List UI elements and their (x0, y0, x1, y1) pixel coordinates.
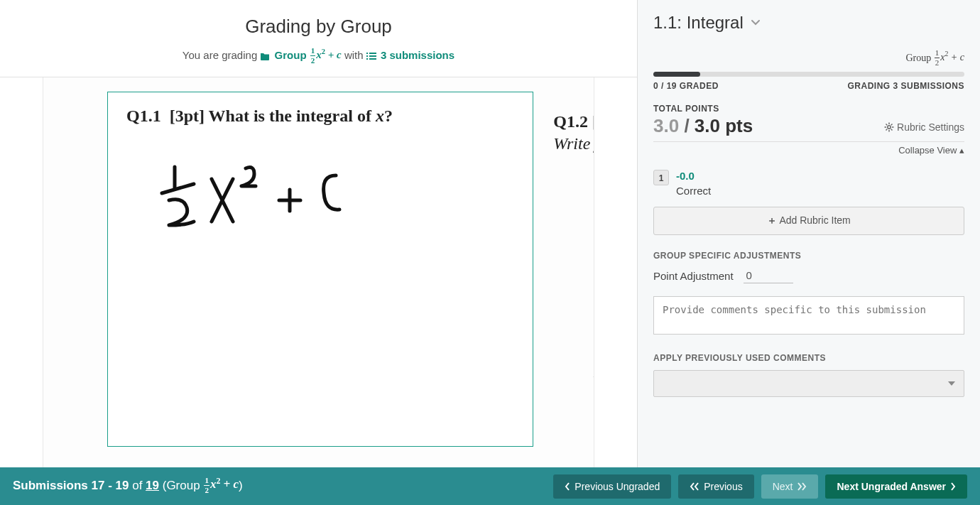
adjust-label: Point Adjustment (653, 270, 734, 282)
rubric-settings-link[interactable]: Rubric Settings (884, 121, 964, 133)
next-q-line2: Write yo (553, 134, 594, 153)
adjustments-header: GROUP SPECIFIC ADJUSTMENTS (653, 251, 964, 261)
add-rubric-button[interactable]: ＋ Add Rubric Item (653, 207, 964, 235)
bb-group-formula: 12x2 + c (203, 477, 239, 494)
submissions-status: Submissions 17 - 19 of 19 (Group 12x2 + … (13, 477, 243, 495)
q-number: Q1.1 (126, 107, 161, 125)
svg-line-12 (891, 129, 893, 131)
chevron-right-icon (950, 482, 956, 491)
bb-group-open: (Group (159, 479, 203, 492)
svg-line-14 (886, 129, 888, 131)
page-title: Grading by Group (0, 16, 637, 38)
svg-line-11 (886, 124, 888, 126)
bb-total[interactable]: 19 (146, 479, 159, 492)
group-link[interactable]: Group 12x2 + c (260, 49, 344, 61)
main-area: Grading by Group You are grading Group 1… (0, 0, 637, 467)
list-icon (366, 52, 376, 60)
sub-middle: with (344, 49, 364, 61)
grading-panel: 1.1: Integral Group 12x2 + c 0 / 19 GRAD… (637, 0, 980, 505)
x-equals: x = (594, 361, 594, 382)
q-text-prefix: What is the integral of (209, 107, 376, 125)
group-label-right: Group 12x2 + c (653, 50, 964, 67)
next-ungraded-label: Next Ungraded Answer (837, 481, 946, 492)
rubric-item[interactable]: 1 -0.0 Correct (653, 165, 964, 207)
plus-icon: ＋ (767, 215, 777, 226)
sub-count: 3 submissions (381, 49, 454, 61)
group-word: Group (275, 49, 307, 61)
document-viewport[interactable]: Q1.1 [3pt] What is the integral of x? (43, 77, 594, 468)
progress-left: 0 / 19 GRADED (653, 81, 719, 91)
points-max: 3.0 pts (695, 115, 753, 136)
bb-range: 17 - 19 (92, 479, 129, 492)
submissions-link[interactable]: 3 submissions (366, 49, 454, 61)
group-label-prefix: Group (905, 53, 931, 63)
next-q-line1: Q1.2 [3 (553, 112, 594, 131)
next-button[interactable]: Next (761, 474, 819, 499)
header-subtitle: You are grading Group 12x2 + c with 3 su… (0, 48, 637, 65)
bottom-bar: Submissions 17 - 19 of 19 (Group 12x2 + … (0, 467, 980, 505)
svg-rect-0 (366, 53, 368, 54)
next-question-peek: Q1.2 [3 Write yo (553, 112, 594, 153)
points-earned: 3.0 (653, 115, 679, 136)
prev-label: Previous (704, 481, 742, 492)
svg-line-13 (891, 124, 893, 126)
double-chevron-right-icon (797, 482, 807, 491)
points-sep: / (679, 115, 695, 136)
prev-comments-header: APPLY PREVIOUSLY USED COMMENTS (653, 353, 964, 363)
progress-bar (653, 72, 964, 77)
double-chevron-left-icon (690, 482, 699, 491)
comment-input[interactable] (653, 296, 964, 335)
chevron-left-icon (565, 482, 570, 491)
point-adjustment-row: Point Adjustment (653, 268, 964, 283)
progress-right: GRADING 3 SUBMISSIONS (847, 81, 964, 91)
question-title: Q1.1 [3pt] What is the integral of x? (126, 107, 514, 126)
panel-title: 1.1: Integral (653, 13, 744, 33)
prev-ungraded-button[interactable]: Previous Ungraded (553, 474, 671, 499)
bb-prefix: Submissions (13, 479, 92, 492)
prev-ungraded-label: Previous Ungraded (575, 481, 660, 492)
prev-button[interactable]: Previous (678, 474, 753, 499)
answer-region[interactable]: Q1.1 [3pt] What is the integral of x? (107, 92, 533, 447)
next-ungraded-button[interactable]: Next Ungraded Answer (825, 474, 967, 499)
prev-comments-select[interactable] (653, 370, 964, 397)
sub-prefix: You are grading (183, 49, 257, 61)
score-display: 3.0 / 3.0 pts (653, 115, 753, 137)
collapse-label: Collapse View ▴ (898, 145, 964, 156)
rubric-desc: Correct (676, 185, 711, 197)
panel-title-row[interactable]: 1.1: Integral (653, 13, 964, 33)
q-var: x (376, 107, 384, 125)
svg-rect-2 (366, 55, 368, 57)
group-formula: 12x2 + c (310, 47, 342, 65)
svg-rect-5 (369, 58, 376, 60)
bb-of: of (129, 479, 146, 492)
total-points-label: TOTAL POINTS (653, 104, 964, 114)
rubric-settings-label: Rubric Settings (897, 121, 964, 133)
folder-icon (260, 52, 270, 60)
progress-fill (653, 72, 700, 77)
svg-rect-3 (369, 55, 376, 57)
q-points: [3pt] (170, 107, 205, 125)
svg-rect-4 (366, 58, 368, 60)
svg-rect-1 (369, 53, 376, 54)
next-label: Next (773, 481, 793, 492)
svg-point-6 (888, 126, 891, 129)
bb-group-close: ) (239, 479, 243, 492)
add-rubric-label: Add Rubric Item (779, 215, 850, 226)
gear-icon (884, 122, 894, 132)
point-adjustment-input[interactable] (744, 268, 793, 283)
q-text-suffix: ? (384, 107, 393, 125)
handwritten-answer (155, 161, 514, 239)
header: Grading by Group You are grading Group 1… (0, 0, 637, 77)
rubric-hotkey: 1 (653, 170, 669, 185)
chevron-down-icon (751, 19, 761, 26)
rubric-points: -0.0 (676, 170, 711, 182)
progress-text: 0 / 19 GRADED GRADING 3 SUBMISSIONS (653, 81, 964, 91)
collapse-view[interactable]: Collapse View ▴ (653, 141, 964, 156)
